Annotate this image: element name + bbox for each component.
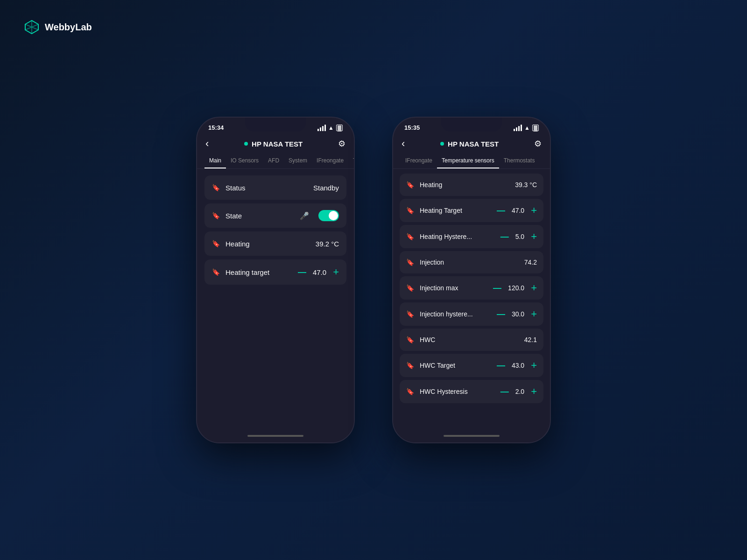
phone-1-status-right: ▲ ▓ <box>317 125 343 131</box>
home-bar-1 <box>247 435 303 437</box>
phone-2-tabs: IFreongate Temperature sensors Thermosta… <box>393 154 550 169</box>
row-p2-hwc-target-left: 🔖 HWC Target <box>406 362 455 369</box>
phone-1-content: 🔖 Status Standby 🔖 State 🎤 <box>197 169 354 429</box>
tab-ifreongate-2[interactable]: IFreongate <box>401 154 437 168</box>
row-p2-injection-hysteresis: 🔖 Injection hystere... — 30.0 + <box>400 302 543 326</box>
logo-text: WebbyLab <box>45 22 92 33</box>
bookmark-icon-p2-heating: 🔖 <box>406 181 414 189</box>
bookmark-icon-p2-hwc-target: 🔖 <box>406 362 414 369</box>
p2-hwc-target-plus[interactable]: + <box>531 359 537 371</box>
value-p2-hwc-hysteresis: 2.0 <box>515 388 524 395</box>
row-heating-target-left: 🔖 Heating target <box>212 268 269 276</box>
label-heating: Heating <box>226 240 250 248</box>
mic-icon: 🎤 <box>300 211 309 220</box>
bookmark-icon-state: 🔖 <box>212 212 220 219</box>
value-p2-hwc: 42.1 <box>524 336 537 343</box>
state-controls: 🎤 <box>300 210 339 221</box>
heating-target-minus[interactable]: — <box>298 267 306 277</box>
p2-hwc-hysteresis-controls: — 2.0 + <box>500 385 537 398</box>
p2-injection-max-plus[interactable]: + <box>531 282 537 294</box>
phone-2-title-group: HP NASA TEST <box>440 140 499 148</box>
heating-target-controls: — 47.0 + <box>298 266 339 278</box>
row-p2-injection-max-left: 🔖 Injection max <box>406 284 458 292</box>
phone-1-title-group: HP NASA TEST <box>244 140 303 148</box>
row-p2-heating-hysteresis-left: 🔖 Heating Hystere... <box>406 233 472 240</box>
row-p2-hwc-left: 🔖 HWC <box>406 336 435 343</box>
heating-target-plus[interactable]: + <box>333 266 339 278</box>
phone-1-title: HP NASA TEST <box>252 140 303 148</box>
value-p2-heating-target: 47.0 <box>512 207 524 214</box>
row-state-left: 🔖 State <box>212 212 242 220</box>
p2-heating-target-minus[interactable]: — <box>497 206 505 216</box>
label-p2-heating-target: Heating Target <box>420 207 462 214</box>
p2-heating-target-controls: — 47.0 + <box>497 204 537 217</box>
value-heating-target: 47.0 <box>313 268 326 276</box>
p2-hwc-target-minus[interactable]: — <box>497 361 505 371</box>
logo-icon <box>23 19 40 35</box>
phone-2-screen: 15:35 ▲ ▓ ‹ HP NASA TEST <box>393 118 550 442</box>
p2-injection-max-controls: — 120.0 + <box>493 282 537 294</box>
p2-injection-hysteresis-controls: — 30.0 + <box>497 308 537 320</box>
label-p2-injection-hysteresis: Injection hystere... <box>420 310 473 318</box>
label-state: State <box>226 212 242 220</box>
tab-io-sensors[interactable]: IO Sensors <box>226 154 263 168</box>
phone-1-gear-button[interactable]: ⚙ <box>338 139 345 149</box>
row-p2-hwc: 🔖 HWC 42.1 <box>400 329 543 351</box>
phone-2-home-indicator <box>393 429 550 442</box>
bookmark-icon-p2-injection: 🔖 <box>406 259 414 266</box>
row-status-left: 🔖 Status <box>212 184 246 192</box>
tab-main[interactable]: Main <box>204 154 226 168</box>
bookmark-icon-p2-heating-hysteresis: 🔖 <box>406 233 414 240</box>
phone-2-back-button[interactable]: ‹ <box>402 138 405 150</box>
toggle-knob <box>329 211 338 220</box>
p2-injection-hysteresis-minus[interactable]: — <box>497 309 505 319</box>
row-status: 🔖 Status Standby <box>204 175 346 200</box>
value-p2-hwc-target: 43.0 <box>512 362 524 369</box>
value-heating: 39.2 °C <box>316 240 339 248</box>
row-p2-injection-left: 🔖 Injection <box>406 259 444 266</box>
row-p2-heating: 🔖 Heating 39.3 °C <box>400 174 543 196</box>
tab-thermostats[interactable]: Thermostats <box>499 154 540 168</box>
phone-1-notch <box>245 118 306 132</box>
row-p2-hwc-hysteresis-left: 🔖 HWC Hysteresis <box>406 388 468 395</box>
bar4 <box>324 125 326 131</box>
signal-bars <box>317 125 326 131</box>
wifi-icon: ▲ <box>328 125 334 131</box>
tab-ifreongate[interactable]: IFreongate <box>312 154 348 168</box>
value-p2-heating: 39.3 °C <box>515 181 537 189</box>
p2-injection-hysteresis-plus[interactable]: + <box>531 308 537 320</box>
value-p2-injection: 74.2 <box>524 259 537 266</box>
p2-heating-target-plus[interactable]: + <box>531 204 537 217</box>
tab-system[interactable]: System <box>284 154 312 168</box>
tab-afd[interactable]: AFD <box>263 154 284 168</box>
p2-hwc-hysteresis-plus[interactable]: + <box>531 385 537 398</box>
tab-te[interactable]: Te… <box>348 154 354 168</box>
row-heating: 🔖 Heating 39.2 °C <box>204 231 346 256</box>
value-p2-heating-hysteresis: 5.0 <box>515 233 524 240</box>
tab-temperature-sensors[interactable]: Temperature sensors <box>437 154 499 168</box>
label-p2-hwc: HWC <box>420 336 435 343</box>
p2-injection-max-minus[interactable]: — <box>493 283 501 293</box>
phone-1-status-dot <box>244 142 248 146</box>
phone-2-gear-button[interactable]: ⚙ <box>534 139 542 149</box>
row-p2-heating-hysteresis: 🔖 Heating Hystere... — 5.0 + <box>400 225 543 248</box>
row-p2-injection-hysteresis-left: 🔖 Injection hystere... <box>406 310 473 318</box>
label-p2-heating-hysteresis: Heating Hystere... <box>420 233 472 240</box>
bar2 <box>320 127 321 131</box>
state-toggle[interactable] <box>318 210 339 221</box>
phone-2-time: 15:35 <box>404 124 420 131</box>
home-bar-2 <box>444 435 500 437</box>
phone-2-content: 🔖 Heating 39.3 °C 🔖 Heating Target — 47.… <box>393 169 550 429</box>
p2-heating-hysteresis-minus[interactable]: — <box>500 232 509 242</box>
p2-heating-hysteresis-plus[interactable]: + <box>531 231 537 243</box>
label-status: Status <box>226 184 246 192</box>
row-p2-hwc-hysteresis: 🔖 HWC Hysteresis — 2.0 + <box>400 380 543 403</box>
phone-2: 15:35 ▲ ▓ ‹ HP NASA TEST <box>392 117 551 443</box>
phone-1-back-button[interactable]: ‹ <box>205 138 209 150</box>
logo: WebbyLab <box>23 19 92 35</box>
phone-1-header: ‹ HP NASA TEST ⚙ <box>197 134 354 154</box>
value-status: Standby <box>313 184 339 192</box>
p2-hwc-hysteresis-minus[interactable]: — <box>500 387 509 397</box>
row-p2-heating-target-left: 🔖 Heating Target <box>406 207 462 214</box>
bookmark-icon-p2-heating-target: 🔖 <box>406 207 414 214</box>
